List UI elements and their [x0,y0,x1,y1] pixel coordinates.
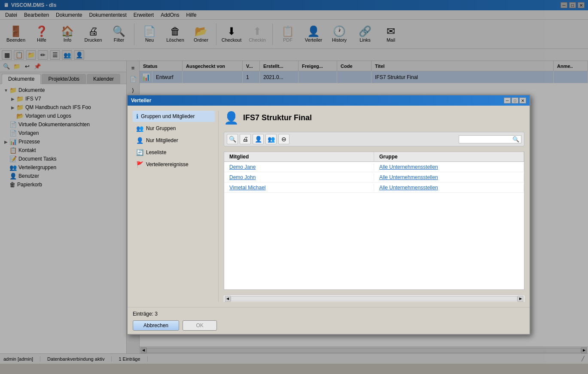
modal-col-gruppe[interactable]: Gruppe [374,152,524,161]
modal-doc-header: 👤 IFS7 Struktur Final [224,111,524,125]
modal-table-header: Mitglied Gruppe [224,152,524,162]
modal-cell-gruppe-2: Alle Unternehmensstellen [374,184,524,192]
gruppe-link-0[interactable]: Alle Unternehmensstellen [379,164,438,170]
nav-label-verteilerereignisse: Verteilerereignisse [146,161,189,167]
modal-hscroll[interactable]: ◀ ▶ [224,295,524,302]
modal-overlay: Verteiler ─ □ ✕ ℹ Gruppen und Mitglieder… [0,0,588,364]
modal-tb-print-btn[interactable]: 🖨 [240,134,251,144]
modal-table: Mitglied Gruppe Demo Jane Alle Unternehm… [224,152,524,290]
modal-entries-label: Einträge: 3 [133,311,524,317]
verteiler-modal: Verteiler ─ □ ✕ ℹ Gruppen und Mitglieder… [127,94,530,335]
modal-buttons: Abbrechen OK [133,320,524,331]
modal-content: 👤 IFS7 Struktur Final 🔍 🖨 👤 👥 ⊖ 🔍 [219,111,524,302]
modal-maximize-btn[interactable]: □ [512,97,518,103]
modal-cell-mitglied-0: Demo Jane [224,163,374,171]
modal-nav-nur-gruppen[interactable]: 👥 Nur Gruppen [133,123,215,134]
modal-table-row-0[interactable]: Demo Jane Alle Unternehmensstellen [224,162,524,172]
modal-nav-verteilerereignisse[interactable]: 🚩 Verteilerereignisse [133,159,215,170]
nav-label-nur-gruppen: Nur Gruppen [146,125,176,131]
gruppe-link-2[interactable]: Alle Unternehmensstellen [379,185,438,191]
modal-table-row-1[interactable]: Demo John Alle Unternehmensstellen [224,172,524,182]
modal-cell-gruppe-1: Alle Unternehmensstellen [374,173,524,181]
modal-cancel-button[interactable]: Abbrechen [133,320,179,331]
modal-col-mitglied[interactable]: Mitglied [224,152,374,161]
modal-nav: ℹ Gruppen und Mitglieder 👥 Nur Gruppen 👤… [133,111,219,302]
modal-toolbar: 🔍 🖨 👤 👥 ⊖ 🔍 [224,132,524,146]
modal-hscroll-right[interactable]: ▶ [518,296,524,302]
modal-title: Verteiler [131,97,151,103]
modal-nav-leseliste[interactable]: 🔄 Leseliste [133,147,215,158]
modal-body: ℹ Gruppen und Mitglieder 👥 Nur Gruppen 👤… [128,106,530,307]
modal-cell-mitglied-2: Vimetal Michael [224,184,374,192]
modal-close-btn[interactable]: ✕ [519,97,526,103]
modal-nav-nur-mitglieder[interactable]: 👤 Nur Mitglieder [133,135,215,146]
modal-search-icon: 🔍 [512,136,519,143]
modal-search-box: 🔍 [459,135,521,143]
modal-hscroll-left[interactable]: ◀ [225,296,231,302]
modal-tb-user-btn[interactable]: 👤 [253,134,264,144]
nav-icon-nur-gruppen: 👥 [136,125,143,132]
modal-titlebar: Verteiler ─ □ ✕ [128,95,530,106]
modal-tb-search-btn[interactable]: 🔍 [227,134,238,144]
mitglied-link-0[interactable]: Demo Jane [229,164,256,170]
modal-doc-title: IFS7 Struktur Final [243,113,312,122]
modal-nav-gruppen-mitglieder[interactable]: ℹ Gruppen und Mitglieder [133,111,215,122]
nav-icon-leseliste: 🔄 [136,149,143,156]
nav-label-nur-mitglieder: Nur Mitglieder [146,137,178,143]
modal-controls: ─ □ ✕ [504,97,526,103]
modal-cell-mitglied-1: Demo John [224,173,374,181]
modal-footer: Einträge: 3 Abbrechen OK [128,307,530,334]
modal-table-row-2[interactable]: Vimetal Michael Alle Unternehmensstellen [224,182,524,193]
modal-ok-button[interactable]: OK [183,320,217,331]
modal-minimize-btn[interactable]: ─ [504,97,511,103]
mitglied-link-1[interactable]: Demo John [229,174,256,180]
gruppe-link-1[interactable]: Alle Unternehmensstellen [379,174,438,180]
modal-tb-user-add-btn[interactable]: 👥 [265,134,277,144]
nav-label-gruppen-mitglieder: Gruppen und Mitglieder [141,113,195,119]
nav-icon-info: ℹ [136,113,138,120]
nav-label-leseliste: Leseliste [146,149,166,155]
modal-cell-gruppe-0: Alle Unternehmensstellen [374,163,524,171]
nav-icon-nur-mitglieder: 👤 [136,137,143,144]
mitglied-link-2[interactable]: Vimetal Michael [229,185,265,191]
modal-search-input[interactable] [461,136,512,142]
modal-tb-remove-btn[interactable]: ⊖ [278,134,289,144]
nav-icon-verteilerereignisse: 🚩 [136,161,143,168]
modal-hscroll-track[interactable] [231,296,518,301]
modal-doc-person-icon: 👤 [224,111,239,125]
